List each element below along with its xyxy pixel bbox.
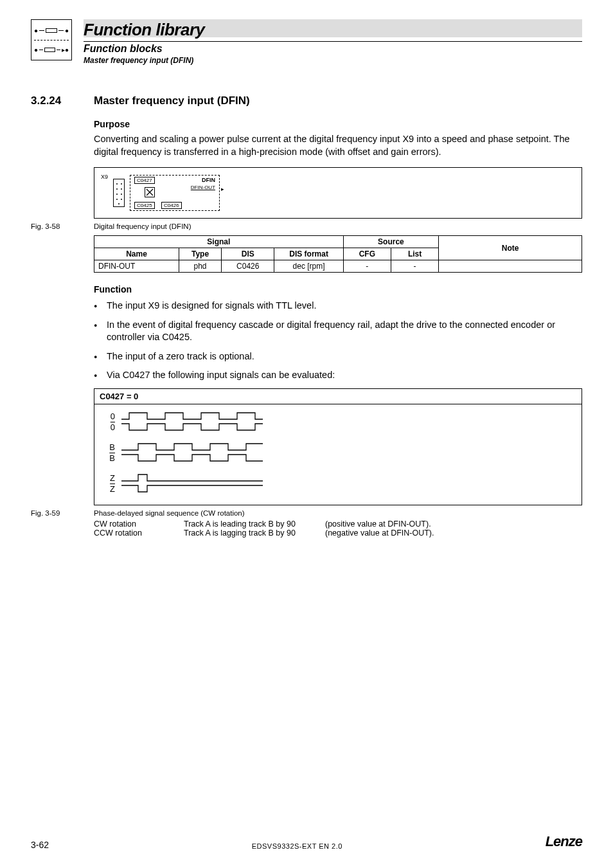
bullet-item: The input of a zero track is optional. (94, 350, 582, 363)
rot-c1: CW rotation (94, 520, 184, 529)
waveform-box: C0427 = 0 0 0 B B (94, 388, 582, 505)
rot-c3: (negative value at DFIN-OUT). (325, 529, 582, 538)
th-list: List (391, 248, 438, 260)
cell-cfg: - (343, 260, 391, 273)
brand-logo: Lenze (546, 833, 582, 850)
c0427-box: C0427 (134, 177, 155, 184)
header-subtitle-2: Master frequency input (DFIN) (84, 56, 582, 65)
th-dis: DIS (222, 248, 274, 260)
label-z-bar: Z (103, 484, 115, 494)
fig-58-caption: Fig. 3-58 Digital frequency input (DFIN) (31, 222, 582, 230)
cell-disfmt: dec [rpm] (274, 260, 343, 273)
th-cfg: CFG (343, 248, 391, 260)
fig-58-label: Fig. 3-58 (31, 222, 77, 230)
c0426-box: C0426 (161, 202, 182, 209)
wave-a-icon (121, 411, 263, 420)
arrow-icon: ▸ (221, 186, 224, 192)
section-heading: 3.2.24 Master frequency input (DFIN) (31, 95, 582, 107)
rot-c2: Track A is lagging track B by 90 (184, 529, 325, 538)
fig-59-label: Fig. 3-59 (31, 509, 77, 517)
bullet-item: The input X9 is designed for signals wit… (94, 300, 582, 312)
th-disfmt: DIS format (274, 248, 343, 260)
dfin-out-label: DFIN-OUT (191, 185, 215, 190)
function-heading: Function (94, 284, 582, 294)
rot-c1: CCW rotation (94, 529, 184, 538)
block-diagram: X9 C0427 DFIN DFIN-OUT ▸ C0425 C0426 (94, 167, 582, 219)
th-type: Type (179, 248, 222, 260)
cell-list: - (391, 260, 438, 273)
cell-note (439, 260, 582, 273)
function-bullets: The input X9 is designed for signals wit… (94, 300, 582, 382)
rotation-table: CW rotation Track A is leading track B b… (94, 520, 582, 538)
header-title-bar: Function library (84, 19, 582, 37)
wave-b-icon (121, 442, 263, 451)
label-a-bar: 0 (103, 422, 115, 432)
rotation-row: CCW rotation Track A is lagging track B … (94, 529, 582, 538)
track-b-pair: B B (103, 442, 573, 464)
wave-zbar-icon (121, 484, 263, 493)
bullet-item: Via C0427 the following input signals ca… (94, 369, 582, 382)
wave-bbar-icon (121, 453, 263, 462)
label-b-bar: B (103, 453, 115, 463)
waveform-heading: C0427 = 0 (94, 389, 582, 404)
bullet-item: In the event of digital frequency cascad… (94, 319, 582, 344)
dfin-block: C0427 DFIN DFIN-OUT ▸ C0425 C0426 (130, 175, 220, 211)
th-source: Source (343, 236, 438, 248)
connector-icon (113, 179, 125, 207)
c0425-box: C0425 (134, 202, 155, 209)
cell-type: phd (179, 260, 222, 273)
label-b: B (103, 442, 115, 452)
cell-dis: C0426 (222, 260, 274, 273)
section-number: 3.2.24 (31, 95, 77, 107)
doc-id: EDSVS9332S-EXT EN 2.0 (252, 842, 342, 850)
fig-58-text: Digital frequency input (DFIN) (94, 222, 191, 230)
page-header: ● ● ● ▸● Function library Function block… (31, 19, 582, 65)
wave-z-icon (121, 473, 263, 482)
section-title: Master frequency input (DFIN) (94, 95, 250, 107)
track-z-pair: Z Z (103, 473, 573, 494)
track-a-pair: 0 0 (103, 411, 573, 433)
rot-c2: Track A is leading track B by 90 (184, 520, 325, 529)
signal-table: Signal Source Note Name Type DIS DIS for… (94, 235, 582, 273)
header-subtitle-1: Function blocks (84, 43, 582, 55)
purpose-heading: Purpose (94, 119, 582, 129)
page-footer: 3-62 EDSVS9332S-EXT EN 2.0 Lenze (31, 833, 582, 850)
cell-name: DFIN-OUT (94, 260, 179, 273)
page-number: 3-62 (31, 840, 49, 850)
fig-59-text: Phase-delayed signal sequence (CW rotati… (94, 509, 245, 517)
label-z: Z (103, 473, 115, 483)
label-a: 0 (103, 411, 115, 421)
header-icon: ● ● ● ▸● (31, 19, 72, 60)
th-note: Note (439, 236, 582, 260)
diagram-x9-label: X9 (101, 174, 108, 180)
rotation-row: CW rotation Track A is leading track B b… (94, 520, 582, 529)
header-title: Function library (84, 20, 204, 40)
th-name: Name (94, 248, 179, 260)
fig-59-caption: Fig. 3-59 Phase-delayed signal sequence … (31, 509, 582, 517)
multiplier-icon (145, 187, 155, 197)
table-row: DFIN-OUT phd C0426 dec [rpm] - - (94, 260, 582, 273)
wave-abar-icon (121, 422, 263, 431)
rot-c3: (positive value at DFIN-OUT). (325, 520, 582, 529)
purpose-text: Converting and scaling a power pulse cur… (94, 133, 582, 158)
th-signal: Signal (94, 236, 344, 248)
dfin-label: DFIN (202, 177, 215, 183)
